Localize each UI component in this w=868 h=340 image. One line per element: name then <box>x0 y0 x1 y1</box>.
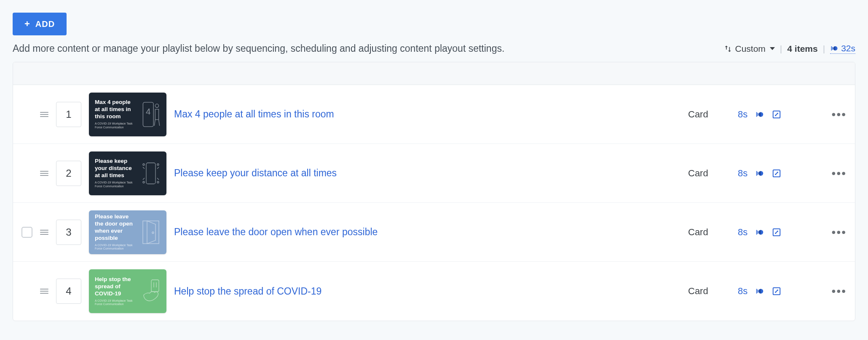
order-value: 4 <box>66 285 71 297</box>
items-count: 4 items <box>787 44 817 54</box>
content-title-link[interactable]: Max 4 people at all times in this room <box>174 109 680 120</box>
total-duration[interactable]: 32s <box>830 43 855 54</box>
duration-value[interactable]: 8s <box>738 109 747 120</box>
order-input[interactable]: 3 <box>56 220 81 245</box>
svg-rect-13 <box>143 221 159 244</box>
sort-dropdown[interactable]: Custom <box>724 44 774 54</box>
content-type: Card <box>688 286 730 297</box>
svg-point-3 <box>155 104 158 107</box>
thumb-subtitle: A COVID-19 Workplace Task Force Communic… <box>95 181 137 189</box>
svg-rect-6 <box>146 163 155 184</box>
thumb-title: Please leave the door open when ever pos… <box>95 213 137 242</box>
content-thumbnail[interactable]: Help stop the spread of COVID-19 A COVID… <box>89 269 166 313</box>
content-thumbnail[interactable]: Max 4 people at all times in this room A… <box>89 93 166 136</box>
more-actions-button[interactable]: ••• <box>821 284 847 298</box>
fullscreen-icon[interactable] <box>772 110 781 119</box>
sort-label: Custom <box>735 44 765 54</box>
fullscreen-icon[interactable] <box>772 287 781 296</box>
svg-point-14 <box>152 232 154 234</box>
drag-handle-icon[interactable] <box>40 112 48 117</box>
svg-rect-17 <box>151 280 159 292</box>
content-type: Card <box>688 109 730 120</box>
thumb-title: Max 4 people at all times in this room <box>95 99 137 120</box>
table-row: 1 Max 4 people at all times in this room… <box>13 85 855 144</box>
table-row: 4 Help stop the spread of COVID-19 A COV… <box>13 262 855 321</box>
fullscreen-icon[interactable] <box>772 228 781 237</box>
thumb-subtitle: A COVID-19 Workplace Task Force Communic… <box>95 299 137 307</box>
transition-icon[interactable] <box>755 110 764 119</box>
add-button[interactable]: + ADD <box>13 13 67 35</box>
more-actions-button[interactable]: ••• <box>821 108 847 121</box>
order-value: 1 <box>66 109 71 120</box>
transition-icon <box>830 44 839 53</box>
svg-point-9 <box>143 181 145 183</box>
content-thumbnail[interactable]: Please leave the door open when ever pos… <box>89 210 166 254</box>
table-header <box>13 62 855 85</box>
playlist-table: 1 Max 4 people at all times in this room… <box>13 62 855 321</box>
thumb-icon <box>141 278 161 304</box>
playlist-meta: Custom | 4 items | 32s <box>724 43 855 54</box>
duration-value[interactable]: 8s <box>738 227 747 238</box>
drag-handle-icon[interactable] <box>40 289 48 294</box>
svg-point-8 <box>157 164 159 165</box>
svg-text:4: 4 <box>146 106 151 116</box>
drag-handle-icon[interactable] <box>40 230 48 235</box>
order-value: 3 <box>66 226 71 238</box>
transition-icon[interactable] <box>755 228 764 237</box>
content-title-link[interactable]: Please keep your distance at all times <box>174 167 680 179</box>
thumb-title: Help stop the spread of COVID-19 <box>95 276 137 298</box>
order-input[interactable]: 2 <box>56 161 81 186</box>
transition-icon[interactable] <box>755 287 764 296</box>
plus-icon: + <box>24 19 30 29</box>
order-value: 2 <box>66 167 71 179</box>
table-row: 2 Please keep your distance at all times… <box>13 144 855 203</box>
order-input[interactable]: 4 <box>56 279 81 304</box>
thumb-icon <box>141 219 161 245</box>
content-title-link[interactable]: Please leave the door open when ever pos… <box>174 226 680 238</box>
thumb-subtitle: A COVID-19 Workplace Task Force Communic… <box>95 244 137 251</box>
thumb-icon <box>141 160 161 186</box>
add-button-label: ADD <box>35 19 55 29</box>
chevron-down-icon <box>770 47 775 50</box>
svg-point-7 <box>143 164 145 165</box>
more-actions-button[interactable]: ••• <box>821 167 847 180</box>
table-row: 3 Please leave the door open when ever p… <box>13 203 855 262</box>
playlist-description: Add more content or manage your playlist… <box>13 43 504 54</box>
sort-icon <box>724 45 732 53</box>
svg-point-10 <box>157 181 159 183</box>
more-actions-button[interactable]: ••• <box>821 226 847 239</box>
duration-value[interactable]: 8s <box>738 286 747 297</box>
order-input[interactable]: 1 <box>56 102 81 127</box>
thumb-title: Please keep your distance at all times <box>95 158 137 179</box>
content-title-link[interactable]: Help stop the spread of COVID-19 <box>174 286 680 297</box>
thumb-subtitle: A COVID-19 Workplace Task Force Communic… <box>95 122 137 130</box>
content-type: Card <box>688 227 730 238</box>
row-checkbox[interactable] <box>21 227 32 238</box>
drag-handle-icon[interactable] <box>40 171 48 176</box>
content-thumbnail[interactable]: Please keep your distance at all times A… <box>89 151 166 195</box>
thumb-icon: 4 <box>141 101 161 128</box>
content-type: Card <box>688 168 730 179</box>
duration-value[interactable]: 8s <box>738 168 747 179</box>
transition-icon[interactable] <box>755 169 764 178</box>
fullscreen-icon[interactable] <box>772 169 781 178</box>
